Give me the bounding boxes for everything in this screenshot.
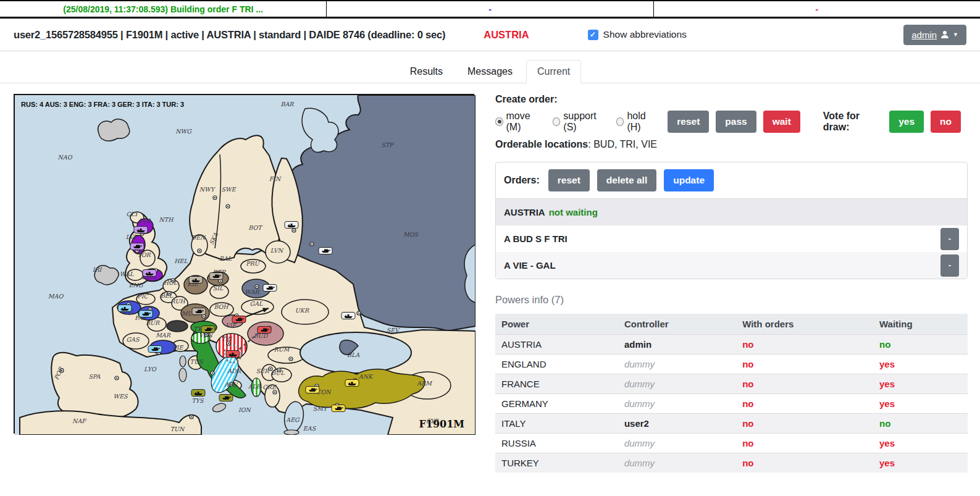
unit-eng-fleet[interactable]	[143, 270, 156, 277]
phase-label: F1901M	[419, 418, 464, 430]
order-item: A BUD S F TRI-	[496, 225, 967, 252]
province-label: EAS	[303, 425, 317, 432]
radio-support-control[interactable]	[553, 117, 561, 126]
create-order-title: Create order:	[495, 94, 968, 105]
tab-messages[interactable]: Messages	[456, 60, 524, 83]
orders-power-row: AUSTRIA not waiting	[496, 199, 967, 225]
vote-yes-button[interactable]: yes	[889, 111, 924, 133]
unit-fra-fleet[interactable]	[118, 305, 132, 312]
create-order-controls: move (M) support (S) hold (H) reset pass…	[495, 111, 968, 133]
province-label: MAR	[156, 332, 171, 338]
province-label: BAL	[219, 255, 232, 262]
unit-ger-fleet[interactable]	[189, 277, 203, 284]
province-label: DEN	[191, 234, 207, 241]
remove-order-button[interactable]: -	[940, 228, 959, 250]
province-label: SPA	[89, 373, 101, 380]
current-power-label: AUSTRIA	[484, 29, 529, 41]
province-label: AEG	[285, 416, 300, 423]
reset-order-button[interactable]: reset	[668, 111, 709, 133]
show-abbreviations: ✓ Show abbreviations	[588, 29, 687, 40]
unit-ita-fleet[interactable]	[191, 390, 205, 397]
power-row: ENGLANDdummynoyes	[495, 355, 968, 374]
province-label: TUN	[170, 426, 185, 432]
header: user2_1565728584955 | F1901M | active | …	[0, 19, 980, 51]
unit-ger-army[interactable]	[209, 273, 223, 280]
unit-tur-fleet[interactable]	[345, 380, 359, 387]
orders-delete-all-button[interactable]: delete all	[597, 169, 656, 191]
province-label: APU	[224, 381, 238, 388]
unit-rus-army[interactable]	[263, 285, 277, 292]
radio-support[interactable]: support (S)	[553, 111, 606, 133]
province-label: NTH	[159, 216, 175, 223]
power-row: RUSSIAdummynoyes	[495, 434, 968, 453]
province-label: SIL	[213, 285, 224, 292]
unit-tur-army[interactable]	[332, 405, 345, 412]
unit-fra-army[interactable]	[139, 311, 153, 317]
province-label: BOT	[248, 224, 262, 231]
province-label: FIN	[269, 175, 282, 182]
admin-username: admin	[911, 30, 937, 40]
province-label: HEL	[174, 258, 188, 264]
tab-results[interactable]: Results	[399, 60, 454, 83]
province-label: SER	[256, 368, 269, 374]
unit-ita-army[interactable]	[201, 326, 215, 333]
power-row: AUSTRIAadminnono	[495, 335, 968, 355]
supply-center-dot	[310, 242, 314, 246]
unit-aus-army[interactable]	[232, 316, 246, 323]
unit-aus-army[interactable]	[258, 327, 271, 334]
orders-title: Orders:	[504, 175, 540, 186]
tab-current[interactable]: Current	[526, 60, 581, 83]
province-label: GAL	[250, 300, 263, 307]
supply-center-counts: RUS: 4 AUS: 3 ENG: 3 FRA: 3 GER: 3 ITA: …	[21, 101, 184, 108]
unit-eng-army[interactable]	[130, 243, 144, 250]
diplomacy-map[interactable]: NAONWGBARSTPMOSSEVUKRLVNPRUWARGALFINBOTN…	[14, 94, 474, 434]
province-label: WES	[113, 393, 128, 400]
radio-hold[interactable]: hold (H)	[616, 111, 658, 133]
unit-eng-fleet[interactable]	[134, 227, 148, 233]
province-label: PIC	[137, 293, 149, 300]
supply-center-dot	[226, 204, 230, 208]
unit-ger-army[interactable]	[192, 308, 206, 315]
province-label: TUS	[190, 358, 204, 365]
province-label: PIE	[172, 344, 183, 351]
supply-center-dot	[289, 357, 293, 361]
show-abbreviations-checkbox[interactable]: ✓	[588, 30, 598, 40]
powers-table-header: Power Controller With orders Waiting	[495, 314, 968, 335]
power-row: GERMANYdummynoyes	[495, 394, 968, 414]
orders-update-button[interactable]: update	[664, 169, 714, 191]
vote-no-button[interactable]: no	[931, 111, 961, 133]
province-label: GRE	[262, 384, 277, 390]
wait-button[interactable]: wait	[763, 111, 800, 133]
show-abbreviations-label[interactable]: Show abbreviations	[603, 29, 687, 40]
unit-ita-army[interactable]	[219, 395, 233, 401]
game-info: user2_1565728584955 | F1901M | active | …	[14, 29, 445, 41]
unit-rus-fleet[interactable]	[285, 222, 298, 229]
province-label: ANK	[358, 373, 374, 380]
province-label: TYS	[191, 397, 204, 404]
supply-center-dot	[213, 196, 217, 200]
province-label: ADR	[227, 368, 241, 374]
user-icon	[940, 30, 949, 39]
province-label: SWE	[221, 186, 236, 193]
pass-button[interactable]: pass	[716, 111, 756, 133]
province-label: NAO	[58, 154, 73, 161]
remove-order-button[interactable]: -	[940, 254, 959, 277]
unit-aus-fleet[interactable]	[226, 351, 240, 358]
orders-reset-button[interactable]: reset	[548, 169, 590, 191]
province-label: NAF	[72, 418, 86, 424]
region-switzerland	[167, 321, 188, 332]
orders-power-name: AUSTRIA	[504, 207, 545, 217]
admin-menu-button[interactable]: admin ▼	[903, 25, 966, 45]
province-label: TRI	[221, 335, 232, 342]
radio-move-control[interactable]	[495, 117, 503, 126]
province-label: BOH	[214, 303, 229, 310]
unit-rus-fleet[interactable]	[341, 313, 355, 319]
supply-center-dot	[190, 415, 193, 419]
unit-tur-army[interactable]	[306, 387, 319, 393]
radio-hold-control[interactable]	[616, 117, 624, 126]
province-label: CLY	[126, 211, 140, 217]
unit-fra-army[interactable]	[148, 346, 162, 353]
unit-rus-army[interactable]	[319, 248, 332, 254]
radio-move[interactable]: move (M)	[495, 111, 543, 133]
province-label: WAR	[245, 288, 259, 295]
